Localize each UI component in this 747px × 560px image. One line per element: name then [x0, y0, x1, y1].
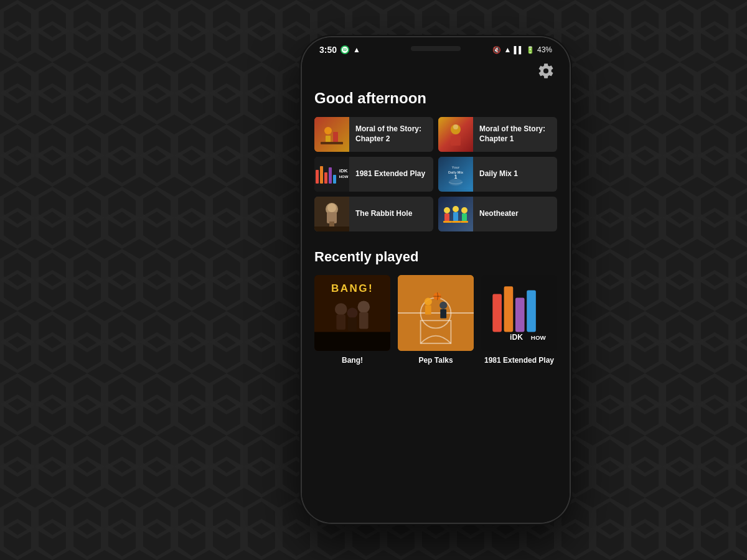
svg-rect-9 — [451, 136, 461, 146]
wifi-icon: ▲ — [504, 45, 511, 54]
svg-point-10 — [453, 124, 458, 129]
svg-rect-1 — [314, 117, 349, 152]
svg-rect-32 — [461, 221, 468, 223]
svg-point-15 — [449, 179, 463, 185]
svg-rect-51 — [440, 309, 446, 319]
main-content: Good afternoon — [302, 60, 570, 517]
svg-point-26 — [453, 206, 459, 212]
recent-item-bang[interactable]: BANG! Bang! — [314, 275, 390, 365]
svg-rect-55 — [492, 294, 502, 332]
svg-rect-22 — [314, 226, 349, 231]
nav-indicator: ▲ — [353, 45, 360, 54]
svg-point-4 — [324, 127, 332, 134]
label-bang: Bang! — [314, 356, 390, 365]
svg-rect-57 — [515, 298, 525, 332]
label-peptalks: Pep Talks — [398, 356, 474, 365]
svg-rect-49 — [425, 306, 431, 315]
svg-rect-27 — [453, 212, 458, 221]
status-left: 3:50 ▲ — [319, 45, 360, 55]
quick-item-moral1[interactable]: Moral of the Story: Chapter 1 — [438, 117, 557, 152]
quick-item-neotheater[interactable]: Neotheater — [438, 197, 557, 231]
art-1981-large: iDK HOW — [481, 275, 557, 351]
svg-rect-41 — [348, 317, 357, 331]
idk-bars — [316, 165, 336, 184]
art-bang-large: BANG! — [314, 275, 390, 351]
status-right: 🔇 ▲ ▌▌ 🔋 43% — [492, 45, 552, 54]
quick-item-1981[interactable]: iDKHOW 1981 Extended Play — [314, 157, 433, 192]
art-neotheater — [438, 197, 473, 231]
label-neotheater: Neotheater — [473, 209, 525, 219]
svg-point-50 — [439, 302, 447, 309]
label-dailymix1: Daily Mix 1 — [473, 169, 524, 179]
art-moral1 — [438, 117, 473, 152]
art-dailymix: Your Daily Mix 1 — [438, 157, 473, 192]
label-moral1: Moral of the Story: Chapter 1 — [473, 124, 557, 144]
svg-text:BANG!: BANG! — [331, 282, 374, 294]
svg-text:HOW: HOW — [531, 334, 547, 341]
quick-item-moral2[interactable]: Moral of the Story: Chapter 2 — [314, 117, 433, 152]
svg-rect-31 — [452, 221, 461, 223]
svg-rect-58 — [527, 290, 536, 332]
art-moral2 — [314, 117, 349, 152]
svg-point-18 — [327, 203, 336, 212]
settings-button[interactable] — [537, 62, 555, 82]
art-rabbit — [314, 197, 349, 231]
time-display: 3:50 — [319, 45, 337, 55]
header-row — [314, 62, 557, 82]
svg-point-38 — [358, 301, 370, 313]
recent-item-1981ext[interactable]: iDK HOW 1981 Extended Play — [481, 275, 557, 365]
phone-device: 3:50 ▲ 🔇 ▲ ▌▌ 🔋 43% — [302, 37, 570, 523]
svg-rect-20 — [329, 222, 332, 226]
signal-icon: ▌▌ — [514, 46, 524, 54]
battery-icon: 🔋 — [526, 46, 535, 54]
phone-screen: 3:50 ▲ 🔇 ▲ ▌▌ 🔋 43% — [302, 37, 570, 523]
battery-percent: 43% — [537, 45, 552, 54]
recent-item-peptalks[interactable]: Pep Talks — [398, 275, 474, 365]
svg-rect-37 — [336, 314, 345, 329]
mute-icon: 🔇 — [492, 46, 501, 54]
svg-rect-42 — [314, 332, 390, 352]
phone-camera — [411, 46, 461, 51]
spotify-icon — [341, 45, 349, 54]
svg-rect-29 — [462, 213, 467, 221]
svg-rect-21 — [332, 222, 334, 226]
art-peptalks-large — [398, 275, 474, 351]
art-1981: iDKHOW — [314, 157, 349, 192]
quick-item-rabbit[interactable]: The Rabbit Hole — [314, 197, 433, 231]
svg-text:Your: Your — [452, 166, 460, 169]
greeting-title: Good afternoon — [314, 90, 557, 107]
svg-rect-30 — [443, 221, 452, 223]
svg-point-36 — [335, 303, 347, 315]
svg-rect-39 — [359, 312, 369, 329]
svg-point-28 — [461, 207, 467, 213]
svg-text:iDK: iDK — [510, 333, 523, 342]
svg-rect-25 — [444, 213, 449, 221]
quick-item-dailymix1[interactable]: Your Daily Mix 1 Daily Mix 1 — [438, 157, 557, 192]
label-rabbit: The Rabbit Hole — [349, 209, 418, 219]
svg-rect-56 — [504, 286, 514, 332]
recently-played-row: BANG! Bang! — [314, 275, 557, 365]
recently-played-title: Recently played — [314, 249, 557, 265]
quick-picks-grid: Moral of the Story: Chapter 2 — [314, 117, 557, 231]
svg-point-48 — [425, 298, 432, 306]
label-1981: 1981 Extended Play — [349, 169, 431, 179]
label-1981ext: 1981 Extended Play — [481, 356, 557, 365]
svg-point-40 — [347, 307, 357, 318]
label-moral2: Moral of the Story: Chapter 2 — [349, 124, 433, 144]
svg-rect-5 — [321, 142, 343, 144]
svg-point-24 — [444, 207, 450, 213]
